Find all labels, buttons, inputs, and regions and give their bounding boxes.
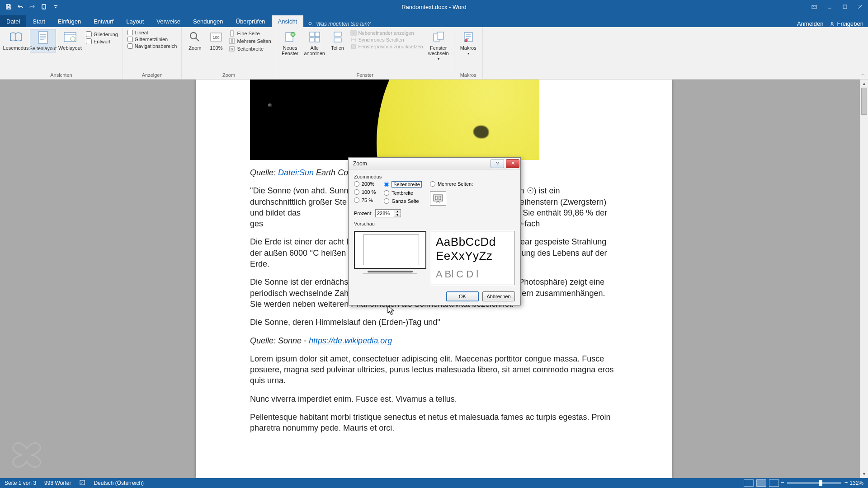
radio-ganze-seite[interactable]: Ganze Seite [384, 198, 422, 204]
scroll-thumb[interactable] [861, 88, 867, 115]
status-words[interactable]: 998 Wörter [44, 480, 71, 486]
radio-textbreite[interactable]: Textbreite [384, 190, 422, 196]
tab-file[interactable]: Datei [0, 15, 26, 27]
zoom-slider-knob[interactable] [819, 480, 822, 486]
gliederung-checkbox[interactable] [86, 31, 92, 37]
svg-rect-13 [232, 39, 235, 43]
tab-verweise[interactable]: Verweise [150, 15, 187, 27]
mehrere-seiten-button[interactable]: Mehrere Seiten [227, 38, 273, 45]
share-button[interactable]: Freigeben [830, 20, 863, 27]
view-print-icon[interactable] [756, 479, 766, 487]
radio-mehrere-seiten[interactable]: Mehrere Seiten: [430, 181, 473, 187]
zoom-in-icon[interactable]: + [844, 479, 848, 486]
tab-ueberpruefen[interactable]: Überprüfen [230, 15, 272, 27]
tab-ansicht[interactable]: Ansicht [272, 15, 304, 27]
zoom-slider[interactable]: −+ [787, 482, 841, 484]
scroll-up-icon[interactable]: ▲ [860, 80, 868, 88]
ok-button[interactable]: OK [446, 291, 479, 301]
gliederung-button[interactable]: Gliederung [84, 31, 120, 38]
zoommodus-label: Zoommodus [354, 174, 515, 179]
touch-mode-icon[interactable] [40, 3, 48, 11]
entwurf-button[interactable]: Entwurf [84, 38, 120, 45]
zoom-100-button[interactable]: 100100% [206, 29, 226, 52]
window-title: Randomtext.docx - Word [401, 4, 467, 10]
radio-200[interactable]: 200% [354, 181, 376, 187]
radio-seitenbreite[interactable]: Seitenbreite [384, 181, 422, 188]
makros-button[interactable]: Makros▾ [457, 29, 480, 56]
eine-seite-button[interactable]: Eine Seite [227, 30, 273, 37]
lineal-checkbox[interactable] [127, 30, 133, 35]
tab-einfuegen[interactable]: Einfügen [52, 15, 87, 27]
alle-anordnen-button[interactable]: Alle anordnen [302, 29, 327, 57]
tab-start[interactable]: Start [26, 15, 51, 27]
undo-icon[interactable] [16, 3, 24, 11]
seitenbreite-button[interactable]: Seitenbreite [227, 45, 273, 52]
fenster-wechseln-button[interactable]: Fenster wechseln▾ [426, 29, 451, 62]
zoom-dialog: Zoom ? ✕ Zoommodus 200% 100 % 75 % Seite… [348, 157, 521, 305]
view-web-icon[interactable] [769, 479, 779, 487]
close-button[interactable] [853, 0, 868, 14]
status-zoom[interactable]: 132% [849, 480, 863, 486]
svg-rect-33 [80, 480, 85, 485]
tell-me-search[interactable]: Was möchten Sie tun? [303, 21, 375, 27]
status-language[interactable]: Deutsch (Österreich) [94, 480, 144, 486]
dialog-titlebar[interactable]: Zoom ? ✕ [349, 158, 520, 169]
group-ansichten: Lesemodus Seitenlayout Weblayout Glieder… [0, 27, 123, 79]
tab-layout[interactable]: Layout [120, 15, 150, 27]
tab-sendungen[interactable]: Sendungen [187, 15, 230, 27]
cancel-button[interactable]: Abbrechen [482, 291, 515, 301]
caption-link[interactable]: Datei:Sun [278, 168, 314, 177]
scroll-down-icon[interactable]: ▼ [860, 470, 868, 478]
gitter-checkbox[interactable] [127, 37, 133, 42]
entwurf-checkbox[interactable] [86, 38, 92, 44]
neues-fenster-button[interactable]: Neues Fenster [279, 29, 302, 57]
radio-75[interactable]: 75 % [354, 197, 376, 203]
minimize-button[interactable] [822, 0, 837, 14]
dialog-close-button[interactable]: ✕ [506, 159, 519, 168]
gitter-checkbox-row[interactable]: Gitternetzlinien [127, 37, 177, 42]
lineal-checkbox-row[interactable]: Lineal [127, 30, 177, 35]
mehrere-seiten-picker[interactable] [430, 191, 446, 206]
svg-rect-19 [310, 38, 314, 42]
nav-checkbox[interactable] [127, 43, 133, 49]
document-image-sun[interactable] [250, 80, 539, 160]
zoom-out-icon[interactable]: − [781, 479, 784, 486]
dialog-help-button[interactable]: ? [491, 159, 504, 168]
spin-down-icon[interactable]: ▼ [394, 213, 401, 217]
svg-rect-22 [334, 38, 341, 42]
percent-spinner[interactable]: ▲▼ [375, 209, 401, 217]
signin-link[interactable]: Anmelden [797, 20, 824, 27]
vertical-scrollbar[interactable]: ▲ ▼ [860, 80, 868, 478]
svg-rect-23 [351, 31, 353, 35]
teilen-button[interactable]: Teilen [328, 29, 348, 52]
nav-checkbox-row[interactable]: Navigationsbereich [127, 43, 177, 49]
status-proofing-icon[interactable] [79, 479, 85, 487]
svg-rect-32 [439, 196, 441, 200]
save-icon[interactable] [5, 3, 13, 11]
status-page[interactable]: Seite 1 von 3 [5, 480, 36, 486]
view-read-icon[interactable] [744, 479, 754, 487]
percent-input[interactable] [376, 210, 394, 217]
maximize-button[interactable] [837, 0, 853, 14]
collapse-ribbon-icon[interactable]: ︿ [861, 71, 865, 77]
seitenlayout-button[interactable]: Seitenlayout [30, 29, 56, 52]
fensterpos-button: Fensterposition zurücksetzen [349, 43, 425, 50]
spin-up-icon[interactable]: ▲ [394, 210, 401, 213]
lesemodus-button[interactable]: Lesemodus [3, 29, 29, 52]
svg-rect-18 [315, 32, 320, 37]
group-makros: Makros▾ Makros [454, 27, 483, 79]
svg-rect-30 [434, 195, 443, 201]
tab-entwurf[interactable]: Entwurf [87, 15, 120, 27]
source-link[interactable]: https://de.wikipedia.org [309, 336, 392, 345]
svg-point-29 [465, 39, 467, 42]
weblayout-button[interactable]: Weblayout [57, 29, 83, 52]
qat-customize-icon[interactable] [52, 3, 60, 11]
paragraph-5: Lorem ipsum dolor sit amet, consectetuer… [250, 353, 618, 386]
svg-point-4 [831, 22, 833, 24]
ribbon-options-icon[interactable] [807, 0, 822, 14]
tell-me-placeholder: Was möchten Sie tun? [316, 21, 371, 27]
radio-100[interactable]: 100 % [354, 189, 376, 195]
zoom-button[interactable]: Zoom [184, 29, 205, 52]
svg-rect-5 [38, 32, 47, 43]
status-bar: Seite 1 von 3 998 Wörter Deutsch (Österr… [0, 478, 868, 488]
